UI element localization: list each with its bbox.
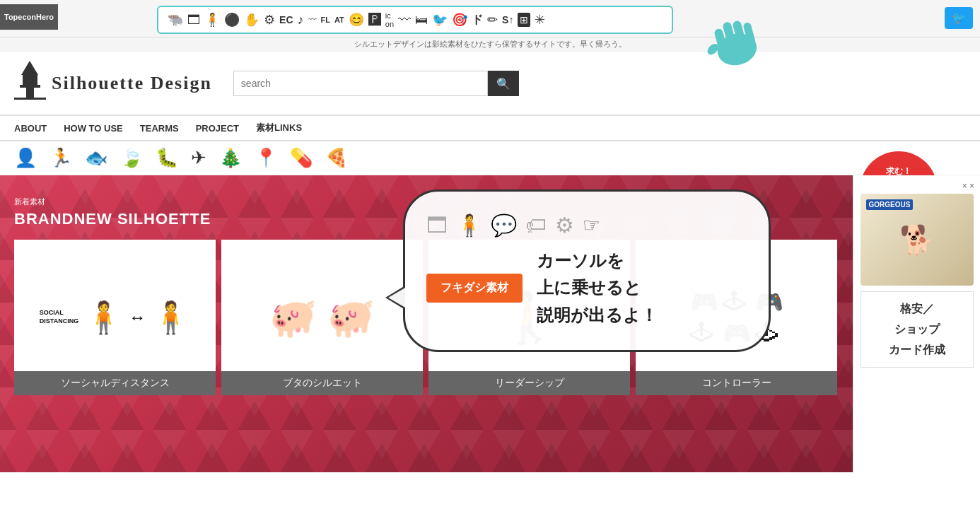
tooltip-icon-tag[interactable]: 🏷: [525, 214, 547, 238]
person1-icon: 🧍: [84, 299, 123, 336]
ad-text-line1: 格安／: [900, 303, 934, 315]
card-social[interactable]: SOCIALDISTANCING 🧍 ↔ 🧍 ソーシャルディスタンス: [14, 240, 216, 395]
card-leadership-label: リーダーシップ: [428, 371, 630, 395]
card-social-img: SOCIALDISTANCING 🧍 ↔ 🧍: [14, 254, 216, 381]
svg-marker-7: [21, 61, 38, 75]
svg-rect-8: [23, 75, 37, 86]
ad-image: GORGEOUS 🐕: [861, 194, 974, 286]
nav: ABOUT HOW TO USE TEARMS PROJECT 素材LINKS: [0, 115, 980, 141]
fukkidashi-button[interactable]: フキダシ素材: [426, 274, 523, 303]
subtitle-text: シルエットデザインは影絵素材をひたすら保管するサイトです。早く帰ろう。: [354, 40, 626, 48]
tb-icon-4[interactable]: ⚫: [224, 12, 240, 28]
tb-icon-1[interactable]: 🐃: [168, 12, 183, 28]
icon-food[interactable]: 🍕: [325, 147, 348, 169]
header: Silhouette Design 🔍 求む！ シルエット デザイン プロジェク…: [0, 52, 980, 115]
tb-icon-21[interactable]: S↑: [502, 14, 513, 25]
nav-tearms[interactable]: TEARMS: [140, 123, 179, 134]
tb-icon-3[interactable]: 🧍: [204, 12, 220, 28]
tooltip-icon-gear[interactable]: ⚙: [555, 213, 574, 238]
card-controllers-label: コントローラー: [636, 371, 837, 395]
pig1-icon: 🐖: [269, 296, 317, 340]
svg-rect-9: [20, 85, 40, 88]
topecon-label: TopeconHero: [0, 4, 58, 30]
tb-icon-14[interactable]: icon: [385, 11, 394, 28]
main-content: 新着素材 BRANDNEW SILHOETTE SOCIALDISTANCING…: [0, 175, 980, 472]
logo-text: Silhouette Design: [52, 73, 212, 94]
social-text-box: SOCIALDISTANCING: [40, 309, 78, 325]
tb-icon-18[interactable]: 🎯: [452, 12, 467, 28]
card-social-label: ソーシャルディスタンス: [14, 371, 216, 395]
pig-silhouettes: 🐖 🐖: [269, 296, 375, 340]
nav-about[interactable]: ABOUT: [14, 123, 47, 134]
search-button[interactable]: 🔍: [488, 71, 519, 96]
tb-icon-19[interactable]: ド: [472, 13, 483, 28]
ad-text-line3: カード作成: [889, 344, 945, 356]
icon-row: 👤 🏃 🐟 🍃 🐛 ✈ 🎄 📍 💊 🍕: [0, 141, 980, 175]
tb-icon-23[interactable]: ✳: [535, 12, 545, 28]
tb-icon-10[interactable]: FL: [321, 16, 330, 24]
ad-dog-icon: 🐕: [899, 223, 935, 257]
icon-pill[interactable]: 💊: [290, 147, 313, 169]
card-pigs[interactable]: 🐖 🐖 ブタのシルエット: [221, 240, 423, 395]
tb-icon-16[interactable]: 🛏: [415, 13, 428, 28]
tb-icon-8[interactable]: ♪: [298, 13, 304, 28]
card-pigs-img: 🐖 🐖: [221, 254, 423, 381]
tb-icon-12[interactable]: 😊: [349, 12, 364, 28]
ad-panel: × × GORGEOUS 🐕 格安／ ショップ カード作成: [853, 175, 980, 472]
subtitle-bar: シルエットデザインは影絵素材をひたすら保管するサイトです。早く帰ろう。: [0, 37, 980, 52]
ad-text-box: 格安／ ショップ カード作成: [861, 291, 974, 368]
icon-plane[interactable]: ✈: [191, 147, 206, 169]
tb-icon-20[interactable]: ✏: [487, 12, 498, 28]
ad-text-line2: ショップ: [894, 323, 940, 335]
tb-icon-15[interactable]: 〰: [398, 13, 411, 28]
icon-person[interactable]: 👤: [14, 147, 37, 169]
tb-icon-17[interactable]: 🐦: [432, 12, 448, 28]
card-pigs-label: ブタのシルエット: [221, 371, 423, 395]
icon-location[interactable]: 📍: [255, 147, 277, 169]
ad-close-button[interactable]: × ×: [962, 181, 974, 191]
tooltip-icon-bubble[interactable]: 💬: [491, 213, 517, 238]
tooltip-overlay: 🗖 🧍 💬 🏷 ⚙ ☞ フキダシ素材 カーソルを上に乗せると説明が出るよ！: [403, 189, 771, 352]
search-form: 🔍: [233, 71, 544, 96]
ad-gorgeous-label: GORGEOUS: [866, 199, 914, 210]
cursor-hand-icon: ☞: [583, 214, 600, 237]
tooltip-icon-copy[interactable]: 🗖: [426, 214, 448, 238]
logo-area: Silhouette Design: [14, 61, 212, 106]
nav-links[interactable]: 素材LINKS: [256, 122, 302, 134]
nav-how-to-use[interactable]: HOW TO USE: [64, 123, 123, 134]
icon-tree[interactable]: 🎄: [219, 147, 242, 169]
arrow-icon: ↔: [129, 308, 146, 327]
social-dist-content: SOCIALDISTANCING 🧍 ↔ 🧍: [33, 292, 197, 343]
twitter-button[interactable]: 🐦: [945, 7, 973, 29]
tb-icon-13[interactable]: 🅿: [368, 13, 381, 28]
tooltip-icon-person[interactable]: 🧍: [456, 213, 482, 238]
tb-icon-2[interactable]: 🗖: [187, 13, 200, 28]
svg-rect-10: [14, 98, 46, 100]
tooltip-text: カーソルを上に乗せると説明が出るよ！: [537, 247, 658, 329]
tb-icon-9[interactable]: 〰: [308, 15, 317, 25]
tb-icon-5[interactable]: ✋: [244, 12, 259, 28]
search-input[interactable]: [233, 71, 488, 96]
tooltip-icons-row: 🗖 🧍 💬 🏷 ⚙ ☞: [426, 213, 600, 238]
lighthouse-icon: [14, 61, 46, 106]
tb-icon-11[interactable]: AT: [334, 16, 344, 24]
icon-fish[interactable]: 🐟: [85, 147, 107, 169]
pig2-icon: 🐖: [327, 296, 375, 340]
top-bar-wrapper: TopeconHero 🐃 🗖 🧍 ⚫ ✋ ⚙ EC ♪ 〰 FL AT 😊 🅿…: [0, 0, 980, 37]
top-icon-bar: 🐃 🗖 🧍 ⚫ ✋ ⚙ EC ♪ 〰 FL AT 😊 🅿 icon 〰 🛏 🐦 …: [157, 6, 673, 34]
nav-project[interactable]: PROJECT: [196, 123, 239, 134]
person2-icon: 🧍: [151, 299, 190, 336]
icon-leaf[interactable]: 🍃: [120, 147, 143, 169]
tb-icon-6[interactable]: ⚙: [264, 12, 275, 28]
tooltip-content-row: フキダシ素材 カーソルを上に乗せると説明が出るよ！: [426, 247, 740, 329]
tb-icon-7[interactable]: EC: [279, 14, 293, 25]
tb-icon-22[interactable]: ⊞: [518, 13, 530, 27]
icon-runner[interactable]: 🏃: [49, 147, 72, 169]
icon-bug[interactable]: 🐛: [156, 147, 178, 169]
